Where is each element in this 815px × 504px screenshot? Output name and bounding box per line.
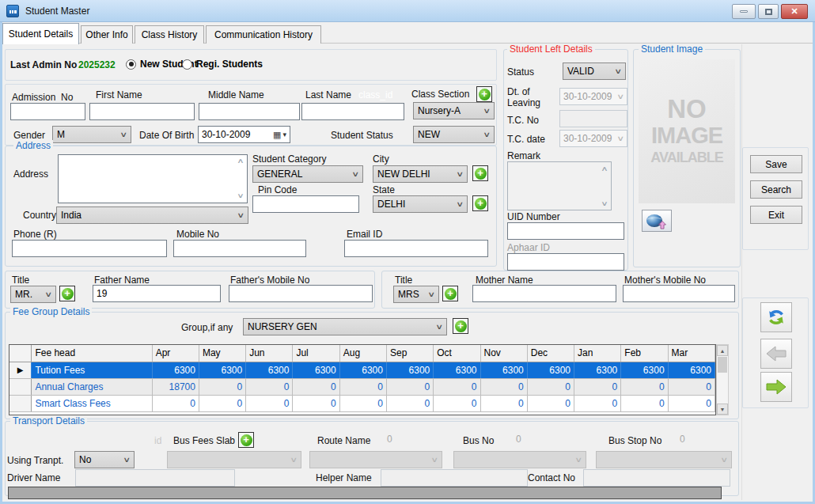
mother-name-input[interactable] (472, 285, 616, 302)
using-tranpt-combo[interactable]: No ∨ (74, 451, 135, 468)
scroll-down-icon[interactable]: ∨ (601, 200, 608, 207)
tab-communication-history[interactable]: Communication History (206, 25, 321, 44)
fee-grid-header-dec[interactable]: Dec (527, 345, 574, 362)
fee-grid-header-jun[interactable]: Jun (246, 345, 293, 362)
fee-grid-amount-cell[interactable]: 6300 (152, 362, 199, 378)
aphaar-id-input[interactable] (507, 253, 624, 271)
scroll-up-icon[interactable]: ∧ (601, 165, 608, 172)
mother-mobile-input[interactable] (623, 285, 735, 302)
contact-no-input[interactable] (583, 469, 730, 487)
email-input[interactable] (344, 240, 488, 257)
fee-grid-amount-cell[interactable]: 6300 (246, 362, 293, 378)
fee-grid-amount-cell[interactable]: 6300 (434, 362, 480, 378)
add-class-section-button[interactable]: + (476, 86, 492, 102)
mother-title-combo[interactable]: MRS ∨ (393, 286, 439, 303)
state-combo[interactable]: DELHI ∨ (373, 195, 468, 213)
father-mobile-input[interactable] (229, 285, 373, 302)
fee-grid-amount-cell[interactable]: 0 (434, 395, 480, 411)
fee-grid-amount-cell[interactable]: 0 (386, 395, 433, 411)
scrollbar-thumb[interactable] (718, 357, 727, 373)
address-textarea[interactable] (58, 154, 248, 203)
dt-of-leaving-picker[interactable]: 30-10-2009 ∨ (559, 88, 627, 105)
tab-student-details[interactable]: Student Details (2, 23, 79, 44)
previous-record-button[interactable] (760, 339, 792, 369)
father-title-combo[interactable]: MR. ∨ (10, 286, 56, 303)
fee-grid-header-may[interactable]: May (199, 345, 245, 362)
fee-grid-amount-cell[interactable]: 0 (199, 378, 245, 395)
city-combo[interactable]: NEW DELHI ∨ (373, 165, 468, 183)
minimize-button[interactable] (732, 4, 756, 19)
fee-grid-amount-cell[interactable]: 0 (339, 378, 386, 395)
country-combo[interactable]: India ∨ (56, 207, 248, 224)
fee-grid-amount-cell[interactable]: 0 (152, 395, 199, 411)
fee-grid-amount-cell[interactable]: 0 (246, 395, 293, 411)
scroll-down-icon[interactable]: ∨ (237, 192, 244, 199)
fee-grid-row-selector[interactable]: ▶ (9, 362, 32, 378)
fee-grid-amount-cell[interactable]: 0 (434, 378, 480, 395)
close-button[interactable]: ✕ (781, 4, 808, 19)
fee-grid-header-apr[interactable]: Apr (152, 345, 199, 362)
fee-grid-amount-cell[interactable]: 0 (621, 395, 668, 411)
remark-textarea[interactable] (507, 161, 612, 210)
fee-grid-header-jan[interactable]: Jan (574, 345, 621, 362)
fee-grid-header-nov[interactable]: Nov (480, 345, 527, 362)
exit-button[interactable]: Exit (750, 206, 802, 224)
fee-grid-amount-cell[interactable]: 0 (480, 395, 527, 411)
fee-grid-amount-cell[interactable]: 6300 (574, 362, 621, 378)
route-name-combo[interactable]: ∨ (309, 451, 442, 468)
tab-other-info[interactable]: Other Info (81, 25, 133, 44)
dob-picker[interactable]: 30-10-2009 ▦ ▾ (198, 126, 290, 143)
scrollbar-down-button[interactable]: ▼ (717, 404, 728, 415)
maximize-button[interactable] (758, 4, 779, 19)
student-status-combo[interactable]: NEW ∨ (413, 126, 495, 143)
add-fee-group-button[interactable]: + (453, 318, 468, 334)
fee-grid-amount-cell[interactable]: 6300 (293, 362, 339, 378)
fee-grid-fee-head-cell[interactable]: Tution Fees (32, 362, 152, 378)
fee-grid-amount-cell[interactable]: 18700 (152, 378, 199, 395)
fee-grid-fee-head-cell[interactable]: Annual Charges (32, 378, 152, 395)
fee-grid-header-jul[interactable]: Jul (293, 345, 339, 362)
first-name-input[interactable] (89, 103, 195, 120)
last-name-input[interactable] (301, 103, 404, 120)
radio-regi-students[interactable]: Regi. Students (182, 59, 263, 70)
fee-grid-amount-cell[interactable]: 6300 (386, 362, 433, 378)
pin-code-input[interactable] (252, 195, 359, 213)
uid-number-input[interactable] (507, 222, 624, 240)
left-status-combo[interactable]: VALID ∨ (563, 63, 626, 80)
add-state-button[interactable]: + (472, 195, 488, 211)
fee-grid-amount-cell[interactable]: 6300 (621, 362, 668, 378)
fee-grid-amount-cell[interactable]: 6300 (199, 362, 245, 378)
fee-grid-amount-cell[interactable]: 0 (199, 395, 245, 411)
fee-grid-amount-cell[interactable]: 0 (293, 378, 339, 395)
fee-grid-header-oct[interactable]: Oct (434, 345, 480, 362)
fee-grid-amount-cell[interactable]: 0 (574, 395, 621, 411)
bus-fees-slab-combo[interactable]: ∨ (167, 451, 301, 468)
scrollbar-up-button[interactable]: ▲ (717, 345, 728, 356)
fee-grid-amount-cell[interactable]: 0 (668, 395, 715, 411)
helper-name-input[interactable] (381, 469, 528, 487)
fee-grid-header-fee-head[interactable]: Fee head (32, 345, 152, 362)
phone-input[interactable] (12, 240, 167, 257)
fee-grid-amount-cell[interactable]: 6300 (339, 362, 386, 378)
fee-grid-amount-cell[interactable]: 0 (574, 378, 621, 395)
add-bus-fees-slab-button[interactable]: + (238, 432, 254, 448)
fee-grid-amount-cell[interactable]: 6300 (527, 362, 574, 378)
fee-grid-amount-cell[interactable]: 0 (621, 378, 668, 395)
fee-grid-header-feb[interactable]: Feb (621, 345, 668, 362)
scroll-up-icon[interactable]: ∧ (237, 157, 244, 165)
refresh-button[interactable] (760, 302, 792, 332)
upload-image-button[interactable] (642, 210, 672, 232)
fee-grid-amount-cell[interactable]: 0 (668, 378, 715, 395)
save-button[interactable]: Save (750, 155, 802, 173)
next-record-button[interactable] (760, 372, 792, 402)
fee-grid-scrollbar[interactable]: ▲ ▼ (716, 344, 729, 415)
tc-date-picker[interactable]: 30-10-2009 ∨ (559, 130, 627, 147)
fee-grid-header-sep[interactable]: Sep (386, 345, 433, 362)
add-father-title-button[interactable]: + (59, 286, 75, 301)
father-name-input[interactable] (93, 285, 221, 302)
fee-grid-header-mar[interactable]: Mar (668, 345, 715, 362)
fee-grid-amount-cell[interactable]: 0 (293, 395, 339, 411)
add-city-button[interactable]: + (472, 165, 488, 181)
fee-grid-fee-head-cell[interactable]: Smart Class Fees (32, 395, 152, 411)
fee-grid-row-header[interactable] (9, 378, 32, 395)
